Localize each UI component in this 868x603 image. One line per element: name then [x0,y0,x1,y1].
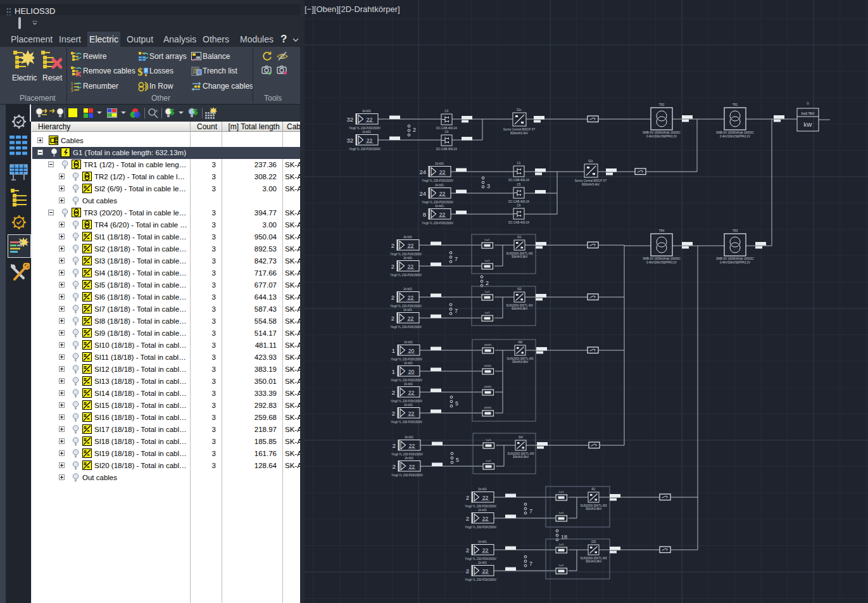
svg-text:2: 2 [466,515,469,522]
svg-text:22: 22 [409,443,415,449]
svg-text:4SW1: 4SW1 [484,343,493,346]
svg-text:8: 8 [423,211,426,218]
svg-text:Yingli YL 230-P29/1500V: Yingli YL 230-P29/1500V [465,505,496,508]
svg-text:2: 2 [393,442,396,449]
svg-text:2: 2 [486,280,489,286]
svg-text:30kVA/0.8kV: 30kVA/0.8kV [513,455,529,459]
svg-text:1b-b01: 1b-b01 [403,288,413,291]
svg-text:22: 22 [439,191,446,197]
svg-text:22: 22 [408,243,414,249]
svg-text:22: 22 [367,137,373,144]
svg-text:S2c: S2c [588,160,594,163]
svg-text:32: 32 [346,137,353,144]
svg-text:1: 1 [392,347,395,354]
svg-text:G: G [807,102,809,105]
svg-text:Sunny Central 800CP XT: Sunny Central 800CP XT [503,128,536,131]
svg-text:1a/1: 1a/1 [484,290,490,293]
svg-text:2: 2 [391,263,394,270]
svg-text:Yingli YL 230-P29/1500V: Yingli YL 230-P29/1500V [390,274,422,277]
svg-text:22: 22 [482,516,489,522]
svg-text:0.4kV/20kV/SEPPA3.2V: 0.4kV/20kV/SEPPA3.2V [646,261,677,264]
svg-text:1a/1: 1a/1 [484,311,490,314]
svg-text:2: 2 [466,568,469,574]
svg-text:1b-b01: 1b-b01 [362,110,372,113]
svg-text:C1: C1 [517,162,521,165]
svg-text:C3: C3 [445,110,449,113]
svg-text:7: 7 [529,561,532,567]
svg-text:1a/1: 1a/1 [484,259,490,262]
svg-text:0.4kV/20kV/SEPPA3.2V: 0.4kV/20kV/SEPPA3.2V [720,135,750,138]
svg-text:SI1: SI1 [517,236,522,239]
svg-text:1b-b01: 1b-b01 [478,561,487,564]
svg-text:22: 22 [408,410,415,417]
svg-text:30kVA/0.8kV: 30kVA/0.8kV [586,507,602,511]
svg-text:22: 22 [367,117,373,123]
svg-text:1b-b01: 1b-b01 [404,341,413,344]
svg-text:1a/1: 1a/1 [484,238,490,241]
svg-text:TR1: TR1 [733,103,738,106]
svg-text:kW: kW [804,122,813,128]
svg-text:1b-b01: 1b-b01 [478,509,487,512]
svg-text:C4: C4 [445,130,449,134]
svg-text:1b-b01: 1b-b01 [405,436,414,439]
svg-text:1b-b01: 1b-b01 [403,308,413,312]
svg-text:30kVA/0.8kV: 30kVA/0.8kV [512,307,528,310]
svg-text:22: 22 [408,263,414,270]
svg-text:DC-CAB-400-24: DC-CAB-400-24 [508,179,529,182]
svg-text:Yingli YL 230-P29/1500V: Yingli YL 230-P29/1500V [465,557,496,561]
svg-text:22: 22 [439,212,446,218]
svg-text:S1c: S1c [517,108,522,111]
svg-text:2: 2 [392,389,395,396]
svg-text:220: 220 [591,540,596,543]
svg-text:Yingli YL 230-P29/1500V: Yingli YL 230-P29/1500V [391,379,422,382]
svg-text:[−][Oben][2D-Drahtkörper]: [−][Oben][2D-Drahtkörper] [305,4,400,14]
svg-text:Yingli YL 230-P29/1500V: Yingli YL 230-P29/1500V [391,421,422,424]
svg-text:TR2: TR2 [659,103,665,106]
svg-text:4SW1: 4SW1 [484,364,493,367]
svg-text:7: 7 [529,508,532,514]
svg-text:1a/1: 1a/1 [558,511,564,514]
svg-text:Yingli YL 230-P29/1500V: Yingli YL 230-P29/1500V [391,358,422,361]
svg-text:4W: 4W [518,341,523,344]
svg-text:22: 22 [482,568,489,574]
svg-text:2: 2 [393,463,396,470]
svg-text:22: 22 [408,315,414,322]
svg-text:Yingli YL 230-P29/1500V: Yingli YL 230-P29/1500V [390,305,422,308]
svg-text:SMB-SV 1600kVA/ab 1600SC: SMB-SV 1600kVA/ab 1600SC [716,257,755,260]
svg-text:800kVA/0.4kV: 800kVA/0.4kV [582,183,600,186]
svg-text:DC-CAB-400-24: DC-CAB-400-24 [436,148,457,151]
svg-text:24: 24 [419,190,426,197]
svg-text:1b-b01: 1b-b01 [404,403,413,407]
svg-text:20: 20 [408,369,415,375]
svg-text:1a/1: 1a/1 [558,564,564,567]
svg-text:1b-b01: 1b-b01 [362,130,372,134]
svg-text:1b-b01: 1b-b01 [435,162,444,165]
svg-text:SI4: SI4 [519,436,523,439]
svg-text:4SW1: 4SW1 [484,385,493,388]
svg-text:Yingli YL 230-P29/1500V: Yingli YL 230-P29/1500V [422,201,453,204]
svg-text:2: 2 [391,315,394,322]
svg-text:22: 22 [482,547,489,554]
svg-text:SMB-SV 1600kVA/ab 1600SC: SMB-SV 1600kVA/ab 1600SC [643,131,681,134]
svg-text:$: $ [138,66,143,77]
svg-text:1a/1: 1a/1 [558,543,564,546]
svg-text:Yingli YL 230-P29/1500V: Yingli YL 230-P29/1500V [422,179,453,182]
svg-text:Yingli YL 230-P29/1500V: Yingli YL 230-P29/1500V [390,326,422,329]
svg-text:7: 7 [455,256,458,262]
svg-text:30kVA/0.8kV: 30kVA/0.8kV [586,560,602,563]
svg-text:24: 24 [419,168,426,175]
svg-text:TR3: TR3 [733,229,738,232]
svg-text:1b-b01: 1b-b01 [403,257,413,260]
svg-text:2: 2 [391,294,394,301]
svg-text:Yingli YL 230-P29/1500V: Yingli YL 230-P29/1500V [391,400,422,403]
svg-text:4SW1: 4SW1 [484,406,493,409]
svg-text:3xa3.78kV: 3xa3.78kV [801,112,814,115]
svg-text:Yingli YL 230-P29/1500V: Yingli YL 230-P29/1500V [349,127,381,130]
svg-text:2: 2 [466,547,469,554]
svg-text:1b-b01: 1b-b01 [478,540,487,543]
svg-text:1: 1 [392,368,395,375]
svg-text:32: 32 [346,116,353,123]
svg-text:Yingli YL 230-P29/1500V: Yingli YL 230-P29/1500V [422,222,453,225]
svg-text:±: ± [155,108,158,113]
svg-text:Yingli YL 230-P29/1500V: Yingli YL 230-P29/1500V [465,578,496,581]
